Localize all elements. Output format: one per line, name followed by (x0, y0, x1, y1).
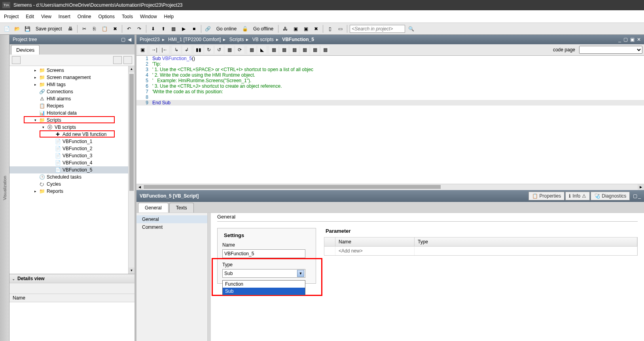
tree-item-hmi-alarms[interactable]: ⚠HMI alarms (9, 95, 128, 102)
et-btn-18[interactable]: ▦ (321, 46, 330, 54)
crumb-1[interactable]: HMI_1 [TP2200 Comfort] (168, 37, 221, 42)
nav-general[interactable]: General (136, 215, 207, 223)
menu-project[interactable]: Project (4, 14, 19, 19)
compile-icon[interactable]: ▦ (169, 24, 178, 33)
new-project-icon[interactable]: 📄 (2, 24, 11, 33)
add-new-parameter[interactable]: <Add new> (335, 247, 415, 255)
close-icon[interactable]: ✖ (312, 24, 320, 33)
tree-scrollbar[interactable]: ▲ ▼ (128, 66, 134, 274)
et-indent-icon[interactable]: →| (150, 46, 159, 54)
props-splitter[interactable] (208, 213, 211, 341)
details-name-column[interactable]: Name (9, 294, 134, 302)
tree-item-cycles[interactable]: ⭮Cycles (9, 181, 128, 188)
combo-arrow-icon[interactable]: ▼ (297, 270, 304, 277)
editor-close-icon[interactable]: ✕ (637, 37, 641, 42)
menu-insert[interactable]: Insert (59, 14, 70, 19)
split-v-icon[interactable]: ▭ (336, 24, 345, 33)
delete-icon[interactable]: ✖ (111, 24, 119, 33)
tab-diagnostics[interactable]: 🩺 Diagnostics (591, 192, 630, 200)
editor-h-scrollbar[interactable]: ◀ ▶ (136, 184, 644, 190)
save-icon[interactable]: 💾 (23, 24, 32, 33)
split-h-icon[interactable]: ▯ (326, 24, 334, 33)
cut-icon[interactable]: ✂ (80, 24, 89, 33)
menu-tools[interactable]: Tools (122, 14, 133, 19)
scroll-left-icon[interactable]: ◀ (136, 184, 143, 190)
tree-btn-1[interactable] (113, 56, 122, 64)
go-online-button[interactable]: Go online (214, 26, 239, 32)
copy-icon[interactable]: ⎘ (90, 24, 99, 33)
tree-item-vbfunction-1[interactable]: 📄VBFunction_1 (9, 138, 128, 145)
props-max-icon[interactable]: ▢ (633, 193, 637, 199)
et-btn-5[interactable]: ↲ (182, 46, 191, 54)
go-offline-button[interactable]: Go offline (251, 26, 276, 32)
code-page-select[interactable] (579, 46, 642, 54)
menu-online[interactable]: Online (78, 14, 91, 19)
undo-icon[interactable]: ↶ (125, 24, 133, 33)
download-icon[interactable]: ⬇ (149, 24, 157, 33)
param-col-name[interactable]: Name (335, 237, 415, 246)
et-btn-16[interactable]: ▦ (300, 46, 309, 54)
tree-item-vbfunction-2[interactable]: 📄VBFunction_2 (9, 145, 128, 152)
tab-texts[interactable]: Texts (169, 203, 194, 213)
et-btn-12[interactable]: ◣ (258, 46, 266, 54)
props-min-icon[interactable]: _ (638, 193, 641, 199)
et-btn-11[interactable]: ▦ (247, 46, 256, 54)
editor-minimize-icon[interactable]: _ (618, 37, 621, 42)
tab-general[interactable]: General (138, 203, 169, 213)
stop-sim-icon[interactable]: ■ (190, 24, 199, 33)
et-btn-13[interactable]: ▦ (269, 46, 278, 54)
details-collapse-icon[interactable]: ⌄ (12, 277, 15, 281)
project-tree[interactable]: ▸📁Screens▸📁Screen management▸📁HMI tags🔗C… (9, 66, 128, 274)
menu-options[interactable]: Options (98, 14, 115, 19)
et-btn-8[interactable]: ↺ (215, 46, 224, 54)
et-btn-15[interactable]: ▦ (290, 46, 299, 54)
et-btn-10[interactable]: ⟳ (235, 46, 244, 54)
et-btn-17[interactable]: ▦ (311, 46, 319, 54)
tab-info[interactable]: ℹ Info ⚠ (565, 192, 590, 200)
tree-item-historical-data[interactable]: 📊Historical data (9, 109, 128, 117)
scroll-down-icon[interactable]: ▼ (129, 268, 134, 274)
et-btn-6[interactable]: ▮▮ (194, 46, 203, 54)
et-btn-1[interactable]: ▣ (138, 46, 147, 54)
save-project-button[interactable]: Save project (33, 26, 64, 32)
tab-properties[interactable]: 📋 Properties (528, 192, 565, 200)
tree-item-vbfunction-3[interactable]: 📄VBFunction_3 (9, 152, 128, 159)
et-btn-7[interactable]: ↻ (205, 46, 213, 54)
type-option-sub[interactable]: Sub (223, 288, 305, 295)
tree-item-connections[interactable]: 🔗Connections (9, 88, 128, 95)
tree-item-vbfunction-5[interactable]: 📄VBFunction_5 (9, 166, 128, 173)
tree-btn-2[interactable] (123, 56, 132, 64)
menu-edit[interactable]: Edit (26, 14, 34, 19)
nav-comment[interactable]: Comment (136, 223, 207, 231)
search-input[interactable] (350, 25, 405, 33)
editor-maximize-icon[interactable]: ▢ (623, 37, 628, 42)
crumb-4[interactable]: VBFunction_5 (282, 37, 314, 42)
tree-item-vbfunction-4[interactable]: 📄VBFunction_4 (9, 159, 128, 166)
print-icon[interactable]: 🖶 (66, 24, 75, 33)
search-go-icon[interactable]: 🔍 (407, 24, 415, 33)
et-outdent-icon[interactable]: |← (160, 46, 169, 54)
scroll-right-icon[interactable]: ▶ (638, 184, 644, 190)
start-sim-icon[interactable]: ▶ (180, 24, 188, 33)
name-input[interactable] (222, 249, 305, 258)
tool-icon-1[interactable]: ▣ (291, 24, 300, 33)
menu-help[interactable]: Help (164, 14, 174, 19)
code-editor[interactable]: 1Sub VBFunction_5()2'Tip:3' 1. Use the <… (136, 56, 644, 184)
type-option-function[interactable]: Function (223, 281, 305, 288)
paste-icon[interactable]: 📋 (100, 24, 109, 33)
tree-btn-left[interactable] (12, 56, 21, 64)
menu-window[interactable]: Window (140, 14, 157, 19)
crumb-2[interactable]: Scripts (229, 37, 244, 42)
tree-item-screens[interactable]: ▸📁Screens (9, 67, 128, 74)
tree-item-scripts[interactable]: ▾📁Scripts (9, 117, 128, 124)
redo-icon[interactable]: ↷ (135, 24, 144, 33)
param-col-type[interactable]: Type (415, 237, 637, 246)
go-online-icon[interactable]: 🔗 (204, 24, 212, 33)
side-tab-visualization[interactable]: Visualization (0, 35, 9, 341)
tool-icon-2[interactable]: ▣ (301, 24, 310, 33)
tree-item-vb-scripts[interactable]: ▾ⓥVB scripts (9, 124, 128, 131)
upload-icon[interactable]: ⬆ (159, 24, 168, 33)
type-dropdown[interactable]: Function Sub (222, 280, 305, 295)
tree-item-recipes[interactable]: 📋Recipes (9, 102, 128, 109)
devices-tab[interactable]: Devices (11, 45, 40, 55)
